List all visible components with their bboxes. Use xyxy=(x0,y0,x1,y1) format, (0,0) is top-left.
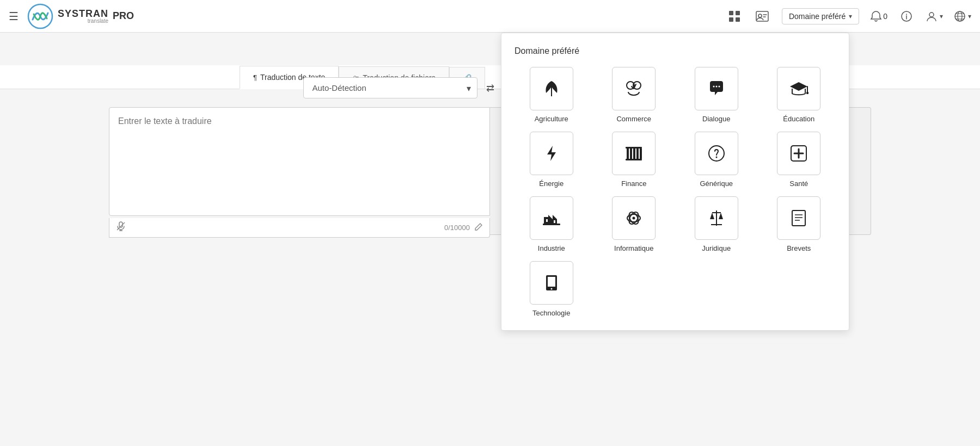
sante-label: Santé xyxy=(789,179,808,188)
generique-icon-box xyxy=(695,132,738,175)
navbar-left: ☰ SYSTRAN translate PRO xyxy=(9,3,726,29)
domain-item-industrie[interactable]: Industrie xyxy=(514,196,589,252)
logo-pro-text: PRO xyxy=(113,10,134,22)
domain-item-technologie[interactable]: Technologie xyxy=(514,261,589,317)
domain-item-sante[interactable]: Santé xyxy=(762,132,836,188)
domain-preferred-button[interactable]: Domaine préféré ▾ xyxy=(782,8,859,24)
domain-item-informatique[interactable]: Informatique xyxy=(597,196,671,252)
svg-rect-4 xyxy=(736,17,740,22)
finance-label: Finance xyxy=(621,179,646,188)
informatique-icon-box xyxy=(612,196,656,240)
svg-rect-1 xyxy=(729,11,733,15)
svg-rect-35 xyxy=(543,224,560,225)
education-icon-box xyxy=(777,67,820,110)
notification-button[interactable]: 0 xyxy=(870,10,887,22)
source-footer: 0/10000 xyxy=(109,218,490,238)
svg-rect-23 xyxy=(626,159,642,160)
svg-rect-2 xyxy=(736,11,740,15)
swap-languages-icon[interactable]: ⇄ xyxy=(486,82,494,94)
source-lang-select[interactable]: Auto-Détection xyxy=(303,77,477,98)
globe-chevron-icon: ▾ xyxy=(968,13,971,20)
user-button[interactable]: ▾ xyxy=(926,10,943,22)
technologie-icon-box xyxy=(530,261,573,305)
domain-item-commerce[interactable]: Commerce xyxy=(597,67,671,123)
agriculture-icon-box xyxy=(530,67,573,110)
source-box: 0/10000 xyxy=(109,107,490,238)
navbar-right: Domaine préféré ▾ 0 ▾ xyxy=(726,8,971,24)
hamburger-icon[interactable]: ☰ xyxy=(9,10,19,23)
informatique-label: Informatique xyxy=(614,244,653,252)
domain-item-generique[interactable]: Générique xyxy=(679,132,754,188)
agriculture-label: Agriculture xyxy=(535,115,568,123)
education-label: Éducation xyxy=(783,115,814,123)
svg-rect-22 xyxy=(806,92,808,94)
domain-panel-title: Domaine préféré xyxy=(514,46,836,56)
juridique-label: Juridique xyxy=(702,244,731,252)
source-textarea[interactable] xyxy=(109,107,490,216)
dialogue-icon-box xyxy=(695,67,738,110)
domain-item-agriculture[interactable]: Agriculture xyxy=(514,67,589,123)
svg-rect-29 xyxy=(640,148,642,159)
grid-icon[interactable] xyxy=(726,8,743,24)
commerce-label: Commerce xyxy=(616,115,651,123)
svg-point-42 xyxy=(633,217,635,220)
industrie-icon-box xyxy=(530,196,573,240)
svg-rect-25 xyxy=(627,148,629,159)
logo-systran-text: SYSTRAN xyxy=(58,9,108,18)
finance-icon-box xyxy=(612,132,656,175)
commerce-icon-box xyxy=(612,67,656,110)
industrie-label: Industrie xyxy=(538,244,565,252)
svg-point-20 xyxy=(718,86,720,88)
svg-rect-37 xyxy=(546,219,548,222)
globe-button[interactable]: ▾ xyxy=(954,10,971,22)
energie-icon-box xyxy=(530,132,573,175)
dialogue-label: Dialogue xyxy=(702,115,730,123)
main-content: ¶ Traduction de texte 🗂 Traduction de fi… xyxy=(0,33,980,446)
sante-icon-box xyxy=(777,132,820,175)
svg-rect-27 xyxy=(633,148,635,159)
domain-item-finance[interactable]: Finance xyxy=(597,132,671,188)
svg-point-6 xyxy=(758,14,762,17)
svg-point-8 xyxy=(929,13,934,17)
mic-icon[interactable] xyxy=(116,221,126,234)
info-icon[interactable] xyxy=(898,8,915,24)
notification-count: 0 xyxy=(883,12,887,21)
navbar: ☰ SYSTRAN translate PRO xyxy=(0,0,980,33)
svg-rect-3 xyxy=(729,17,733,22)
domain-item-dialogue[interactable]: Dialogue xyxy=(679,67,754,123)
svg-rect-38 xyxy=(554,220,555,223)
juridique-icon-box xyxy=(695,196,738,240)
domain-item-education[interactable]: Éducation xyxy=(762,67,836,123)
svg-point-52 xyxy=(550,288,552,290)
svg-point-18 xyxy=(713,86,714,88)
domain-item-brevets[interactable]: Brevets xyxy=(762,196,836,252)
brevets-icon-box xyxy=(777,196,820,240)
user-chevron-icon: ▾ xyxy=(940,13,943,20)
svg-rect-24 xyxy=(626,147,642,148)
svg-line-14 xyxy=(117,222,125,230)
domain-item-energie[interactable]: Énergie xyxy=(514,132,589,188)
logo-text: SYSTRAN translate xyxy=(58,9,108,24)
svg-rect-5 xyxy=(756,11,768,21)
svg-point-19 xyxy=(715,86,717,88)
svg-rect-28 xyxy=(636,148,639,159)
logo-svg xyxy=(27,3,53,29)
logo-translate-text: translate xyxy=(58,18,108,24)
energie-label: Énergie xyxy=(539,179,564,188)
technologie-label: Technologie xyxy=(532,309,570,317)
generique-label: Générique xyxy=(700,179,733,188)
domain-dropdown-label: Domaine préféré xyxy=(789,12,846,21)
domain-item-juridique[interactable]: Juridique xyxy=(679,196,754,252)
source-lang-wrapper: Auto-Détection xyxy=(303,77,477,98)
edit-icon[interactable] xyxy=(474,222,483,233)
domain-panel: Domaine préféré Agriculture xyxy=(501,33,849,331)
svg-rect-51 xyxy=(548,277,555,287)
svg-rect-46 xyxy=(792,210,805,226)
svg-rect-26 xyxy=(630,148,632,159)
char-count: 0/10000 xyxy=(444,224,470,232)
logo-area: SYSTRAN translate PRO xyxy=(27,3,134,29)
contact-icon[interactable] xyxy=(754,9,771,24)
brevets-label: Brevets xyxy=(787,244,811,252)
chevron-down-icon: ▾ xyxy=(849,13,852,20)
domain-grid: Agriculture Commerce xyxy=(514,67,836,317)
